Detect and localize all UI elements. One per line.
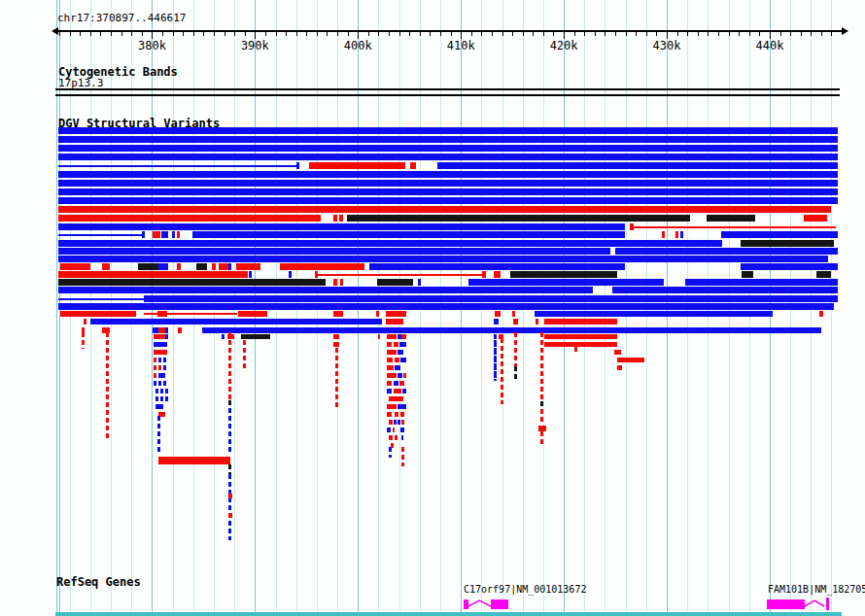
variant-bar[interactable] [401, 435, 403, 440]
variant-dash-column[interactable] [501, 338, 503, 404]
variant-bar[interactable] [387, 342, 392, 347]
variant-dash-column[interactable] [574, 347, 577, 354]
variant-bar[interactable] [142, 231, 145, 238]
variant-bar[interactable] [219, 263, 228, 270]
variant-dash-column[interactable] [540, 332, 543, 401]
variant-bar[interactable] [196, 263, 207, 270]
variant-bar[interactable] [158, 263, 168, 270]
variant-bar[interactable] [177, 231, 180, 238]
variant-dash-column[interactable] [82, 332, 85, 349]
variant-dash-column[interactable] [514, 332, 517, 366]
variant-bar[interactable] [399, 342, 406, 347]
variant-bar[interactable] [280, 263, 364, 270]
variant-bar[interactable] [58, 145, 838, 152]
variant-bar[interactable] [165, 389, 168, 394]
variant-bar[interactable] [60, 263, 90, 270]
variant-bar[interactable] [376, 311, 379, 317]
variant-dash-column[interactable] [228, 400, 231, 408]
variant-bar[interactable] [387, 350, 397, 355]
variant-bar[interactable] [741, 263, 838, 270]
variant-bar[interactable] [387, 428, 391, 432]
variant-bar[interactable] [163, 358, 166, 362]
variant-bar[interactable] [617, 358, 644, 362]
variant-bar[interactable] [58, 248, 610, 255]
variant-bar[interactable] [387, 365, 394, 370]
variant-bar[interactable] [249, 271, 252, 278]
gene-end-tick[interactable] [826, 598, 829, 610]
ruler-axis[interactable] [56, 30, 842, 32]
variant-bar[interactable] [90, 319, 382, 325]
variant-bar[interactable] [58, 188, 838, 195]
cytoband-box[interactable] [55, 88, 840, 96]
gene-exon-box[interactable] [767, 599, 805, 609]
variant-bar[interactable] [163, 381, 166, 386]
variant-bar[interactable] [394, 420, 397, 425]
variant-bar[interactable] [154, 381, 156, 386]
variant-bar[interactable] [157, 311, 167, 317]
variant-bar[interactable] [333, 215, 337, 222]
variant-bar[interactable] [398, 420, 400, 425]
variant-dash-column[interactable] [401, 447, 404, 466]
variant-bar[interactable] [395, 365, 400, 370]
variant-bar[interactable] [387, 373, 397, 378]
variant-bar[interactable] [236, 263, 260, 270]
variant-bar[interactable] [395, 435, 398, 440]
variant-bar[interactable] [707, 215, 755, 222]
variant-bar[interactable] [158, 327, 165, 333]
variant-dash-column[interactable] [228, 332, 231, 400]
variant-bar[interactable] [387, 389, 392, 394]
variant-bar[interactable] [544, 342, 617, 347]
variant-bar[interactable] [158, 365, 161, 370]
variant-bar[interactable] [389, 420, 393, 425]
variant-dash-column[interactable] [389, 447, 392, 458]
variant-bar[interactable] [158, 457, 230, 464]
variant-bar[interactable] [144, 295, 838, 302]
variant-bar[interactable] [309, 162, 405, 169]
variant-box[interactable] [228, 494, 232, 498]
variant-dash-column[interactable] [243, 340, 246, 370]
variant-bar[interactable] [418, 279, 421, 286]
variant-bar[interactable] [154, 334, 165, 339]
variant-bar[interactable] [161, 231, 168, 238]
variant-bar[interactable] [156, 396, 158, 401]
variant-bar[interactable] [535, 311, 773, 317]
variant-bar[interactable] [386, 319, 403, 325]
variant-bar[interactable] [402, 389, 406, 394]
variant-bar[interactable] [177, 263, 181, 270]
variant-bar[interactable] [378, 334, 380, 339]
variant-bar[interactable] [222, 334, 225, 339]
variant-bar[interactable] [212, 263, 216, 270]
variant-bar[interactable] [685, 279, 838, 286]
variant-bar[interactable] [60, 311, 136, 317]
variant-bar[interactable] [494, 271, 501, 278]
variant-bar[interactable] [614, 350, 621, 355]
variant-bar[interactable] [510, 271, 617, 278]
variant-bar[interactable] [172, 231, 175, 238]
variant-bar[interactable] [395, 358, 399, 362]
variant-bar[interactable] [394, 381, 398, 386]
variant-dash-column[interactable] [228, 474, 231, 540]
variant-bar[interactable] [401, 334, 406, 339]
variant-bar[interactable] [228, 263, 231, 270]
variant-bar[interactable] [238, 311, 267, 317]
variant-bar[interactable] [333, 311, 343, 317]
variant-bar[interactable] [437, 162, 838, 169]
variant-bar[interactable] [347, 215, 690, 222]
variant-bar[interactable] [742, 271, 753, 278]
variant-bar[interactable] [138, 263, 158, 270]
variant-bar[interactable] [399, 381, 404, 386]
variant-bar[interactable] [400, 412, 404, 417]
variant-bar[interactable] [296, 162, 299, 169]
variant-box[interactable] [228, 513, 232, 518]
variant-bar[interactable] [468, 279, 664, 286]
variant-bar[interactable] [395, 412, 398, 417]
variant-bar[interactable] [387, 381, 392, 386]
variant-dash-column[interactable] [540, 401, 543, 409]
variant-bar[interactable] [401, 420, 404, 425]
variant-bar[interactable] [403, 373, 406, 378]
variant-bar[interactable] [389, 435, 393, 440]
variant-bar[interactable] [741, 240, 834, 247]
variant-bar[interactable] [387, 412, 392, 417]
variant-bar[interactable] [482, 271, 486, 278]
variant-dash-column[interactable] [106, 332, 109, 439]
